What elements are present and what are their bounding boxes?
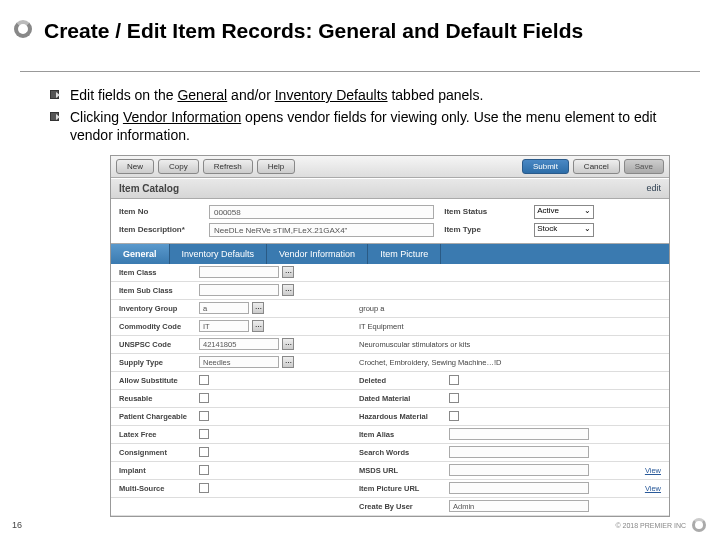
field-description: Neuromuscular stimulators or kits [359,340,470,349]
field-label: Item Class [119,268,199,277]
field-description: Crochet, Embroidery, Sewing Machine…!D [359,358,501,367]
slide-title: Create / Edit Item Records: General and … [44,19,690,43]
field-label: Search Words [359,448,449,457]
bullet-item: Edit fields on the General and/or Invent… [50,86,690,104]
tab-item-picture[interactable]: Item Picture [368,244,441,264]
implant-checkbox[interactable] [199,465,209,475]
field-label: Latex Free [119,430,199,439]
tab-bar: General Inventory Defaults Vendor Inform… [111,244,669,264]
header-fields: Item No 000058 Item Status Active⌄ Item … [111,199,669,244]
bullet-item: Clicking Vendor Information opens vendor… [50,108,690,144]
premier-logo-icon [692,518,706,532]
patient-chargeable-checkbox[interactable] [199,411,209,421]
field-label: Consignment [119,448,199,457]
chevron-down-icon: ⌄ [584,206,591,215]
dropdown-icon[interactable]: ⋯ [282,338,294,350]
slide-footer: 16 © 2018 PREMIER INC [12,518,706,532]
form-grid: Item Class ⋯ Item Sub Class ⋯ Inventory … [111,264,669,516]
allow-substitute-checkbox[interactable] [199,375,209,385]
picture-view-link[interactable]: View [645,484,661,493]
field-label: Deleted [359,376,449,385]
field-description: IT Equipment [359,322,403,331]
tab-vendor-information[interactable]: Vendor Information [267,244,368,264]
dropdown-icon[interactable]: ⋯ [282,284,294,296]
item-status-label: Item Status [444,207,534,216]
item-desc-field[interactable]: NeeDLe NeRVe sTIM,FLeX.21GAX4" [209,223,434,237]
item-alias-field[interactable] [449,428,589,440]
field-label: Item Picture URL [359,484,449,493]
consignment-checkbox[interactable] [199,447,209,457]
field-label: Reusable [119,394,199,403]
deleted-checkbox[interactable] [449,375,459,385]
new-button[interactable]: New [116,159,154,174]
field-label: Create By User [359,502,449,511]
tab-general[interactable]: General [111,244,170,264]
item-subclass-field[interactable] [199,284,279,296]
msds-view-link[interactable]: View [645,466,661,475]
app-screenshot: New Copy Refresh Help Submit Cancel Save… [110,155,670,517]
field-label: Patient Chargeable [119,412,199,421]
chevron-down-icon: ⌄ [584,224,591,233]
edit-link[interactable]: edit [646,183,661,193]
save-button[interactable]: Save [624,159,664,174]
copyright-text: © 2018 PREMIER INC [615,522,686,529]
tab-inventory-defaults[interactable]: Inventory Defaults [170,244,268,264]
refresh-button[interactable]: Refresh [203,159,253,174]
dropdown-icon[interactable]: ⋯ [252,320,264,332]
bullet-list: Edit fields on the General and/or Invent… [50,86,690,145]
field-label: Commodity Code [119,322,199,331]
hazardous-checkbox[interactable] [449,411,459,421]
field-label: Dated Material [359,394,449,403]
field-description: group a [359,304,384,313]
unspsc-field[interactable]: 42141805 [199,338,279,350]
field-label: Supply Type [119,358,199,367]
field-label: Allow Substitute [119,376,199,385]
item-no-field[interactable]: 000058 [209,205,434,219]
help-button[interactable]: Help [257,159,295,174]
title-divider [20,71,700,72]
page-number: 16 [12,520,22,530]
field-label: Inventory Group [119,304,199,313]
field-label: Item Sub Class [119,286,199,295]
search-words-field[interactable] [449,446,589,458]
field-label: Multi-Source [119,484,199,493]
inventory-group-field[interactable]: a [199,302,249,314]
panel-title: Item Catalog [119,183,179,194]
multi-source-checkbox[interactable] [199,483,209,493]
field-label: Hazardous Material [359,412,449,421]
field-label: Item Alias [359,430,449,439]
item-type-select[interactable]: Stock⌄ [534,223,594,237]
dropdown-icon[interactable]: ⋯ [282,266,294,278]
premier-logo-icon [14,20,32,42]
toolbar: New Copy Refresh Help Submit Cancel Save [111,156,669,178]
cancel-button[interactable]: Cancel [573,159,620,174]
supply-type-field[interactable]: Needles [199,356,279,368]
item-desc-label: Item Description* [119,225,209,234]
field-label: Implant [119,466,199,475]
dropdown-icon[interactable]: ⋯ [282,356,294,368]
panel-header: Item Catalog edit [111,178,669,199]
latex-free-checkbox[interactable] [199,429,209,439]
item-type-label: Item Type [444,225,534,234]
reusable-checkbox[interactable] [199,393,209,403]
dropdown-icon[interactable]: ⋯ [252,302,264,314]
dated-material-checkbox[interactable] [449,393,459,403]
field-label: UNSPSC Code [119,340,199,349]
item-no-label: Item No [119,207,209,216]
item-picture-url-field[interactable] [449,482,589,494]
item-class-field[interactable] [199,266,279,278]
item-status-select[interactable]: Active⌄ [534,205,594,219]
submit-button[interactable]: Submit [522,159,569,174]
commodity-field[interactable]: IT [199,320,249,332]
copy-button[interactable]: Copy [158,159,199,174]
bullet-arrow-icon [50,90,60,100]
bullet-arrow-icon [50,112,60,122]
field-label: MSDS URL [359,466,449,475]
msds-url-field[interactable] [449,464,589,476]
create-by-field[interactable]: Admin [449,500,589,512]
